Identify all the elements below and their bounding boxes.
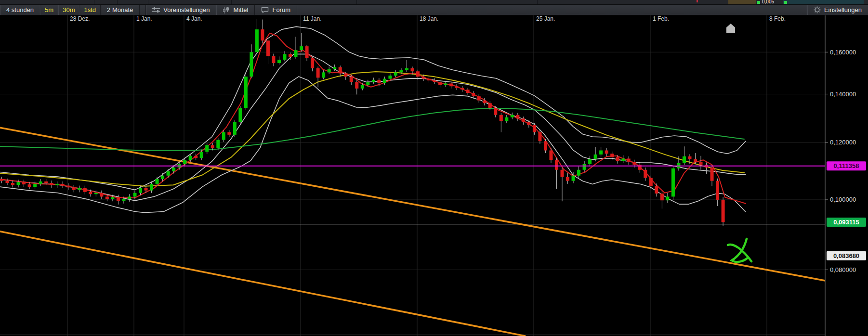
candle-body <box>410 68 414 71</box>
date-label: 11 Jan. <box>303 15 321 22</box>
timeframe-30m-button[interactable]: 30m <box>58 5 79 15</box>
candle-body <box>494 108 497 115</box>
candle-body <box>394 72 397 76</box>
candle-body <box>577 170 580 176</box>
price-chart-canvas[interactable]: 0,1600000,1400000,1200000,1000000,080000… <box>0 0 868 336</box>
price-tick-label: 0,160000 <box>830 49 856 56</box>
candle-body <box>128 196 131 199</box>
timeframe-5m-button[interactable]: 5m <box>40 5 58 15</box>
candle-body <box>427 79 431 81</box>
candle-body <box>472 93 475 96</box>
candle-body <box>372 80 375 82</box>
candle-body <box>511 115 514 117</box>
strip-separator <box>537 0 538 4</box>
candle-body <box>594 155 597 159</box>
candle-body <box>322 72 325 78</box>
candle-body <box>383 79 386 83</box>
strip-separator <box>177 0 177 4</box>
candle-body <box>289 54 292 57</box>
candle-body <box>194 156 197 158</box>
candle-body <box>244 77 248 108</box>
strip-separator <box>231 0 232 4</box>
price-tick-label: 0,080000 <box>830 266 856 273</box>
candle-body <box>572 176 575 181</box>
candle-body <box>216 140 220 148</box>
candle-body <box>89 192 92 194</box>
candle-body <box>150 184 153 191</box>
candle-body <box>549 150 552 160</box>
candle-body <box>683 156 686 163</box>
candle-body <box>333 67 336 69</box>
candle-body <box>266 40 270 56</box>
candle-body <box>477 96 481 101</box>
mean-label: Mittel <box>233 6 248 13</box>
chart-background <box>0 14 868 336</box>
candle-body <box>416 71 420 77</box>
date-label: 25 Jan. <box>536 15 555 22</box>
candle-body <box>538 132 541 142</box>
candle-body <box>11 183 14 185</box>
candle-body <box>133 193 136 197</box>
date-label: 18 Jan. <box>420 15 438 22</box>
candle-body <box>555 160 558 169</box>
range-button[interactable]: 2 Monate <box>101 5 140 15</box>
candle-body <box>671 168 675 197</box>
candle-body <box>522 118 525 122</box>
candle-body <box>22 182 26 184</box>
price-down-tick <box>697 0 698 2</box>
candle-body <box>399 70 403 72</box>
candle-body <box>50 183 53 185</box>
candle-body <box>94 193 98 194</box>
timeframe-1std-label: 1std <box>84 6 96 13</box>
price-axis-bg <box>825 14 868 336</box>
price-badge-label: 0,083680 <box>833 252 859 259</box>
candle-body <box>205 145 209 152</box>
timeframe-button[interactable]: 4 stunden <box>0 5 40 15</box>
settings-button[interactable]: Einstellungen <box>807 5 868 15</box>
candle-body <box>716 181 719 200</box>
candle-body <box>561 170 564 177</box>
candle-body <box>361 85 364 89</box>
candle-body <box>117 197 120 201</box>
candle-body <box>200 152 203 158</box>
candle-body <box>145 188 148 191</box>
strip-separator <box>94 0 94 4</box>
candle-body <box>455 86 459 88</box>
candle-body <box>111 197 114 199</box>
candle-body <box>344 74 347 77</box>
strip-separator <box>117 0 118 4</box>
date-label: 4 Jan. <box>186 15 202 22</box>
candle-body <box>139 188 142 193</box>
candle-body <box>527 122 530 125</box>
mean-indicator-button[interactable]: Mittel <box>216 5 255 15</box>
timeframe-label: 4 stunden <box>6 6 34 13</box>
candle-body <box>100 193 103 197</box>
candle-body <box>33 184 37 187</box>
candle-body <box>72 187 76 190</box>
candle-body <box>644 170 647 178</box>
candle-body <box>44 181 48 183</box>
ticker-cell <box>783 0 864 4</box>
candle-body <box>78 188 81 190</box>
candle-body <box>466 90 470 93</box>
presets-button[interactable]: Voreinstellungen <box>146 5 216 15</box>
candle-body <box>588 159 592 164</box>
price-badge-label: 0,093115 <box>833 219 859 226</box>
ticker-strip: 0,005 <box>0 0 868 5</box>
strip-separator <box>356 0 357 4</box>
candle-body <box>377 80 381 83</box>
candle-body <box>583 164 586 170</box>
candle-body <box>483 101 486 103</box>
price-tick-label: 0,100000 <box>830 196 856 203</box>
candle-body <box>505 117 508 121</box>
candle-body <box>66 186 70 188</box>
candle-body <box>61 184 65 186</box>
candle-body <box>172 168 175 171</box>
candle-body <box>167 171 170 176</box>
candle-body <box>350 77 353 82</box>
timeframe-30m-label: 30m <box>63 6 75 13</box>
candle-body <box>277 60 281 63</box>
timeframe-1std-button[interactable]: 1std <box>79 5 101 15</box>
gear-icon <box>814 6 821 13</box>
forum-button[interactable]: Forum <box>255 5 297 15</box>
